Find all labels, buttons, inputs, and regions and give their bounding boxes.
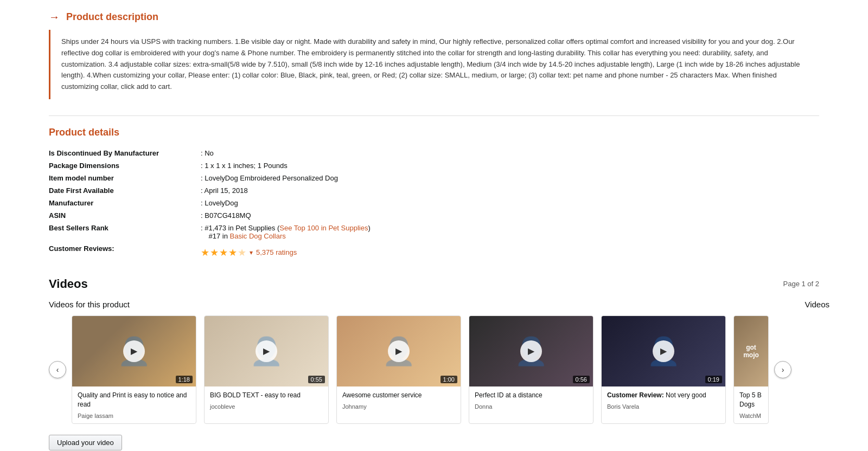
videos-section: Videos Page 1 of 2 Videos for this produ… <box>49 277 819 450</box>
video-duration: 0:19 <box>705 376 722 383</box>
video-card: 👤 ▶ 0:19 Customer Review: Not very good … <box>601 315 726 424</box>
play-button[interactable]: ▶ <box>520 340 542 362</box>
video-info: Customer Review: Not very good Boris Var… <box>602 386 725 414</box>
videos-columns: Videos for this product ‹ 👤 ▶ 1:18 <box>49 300 819 450</box>
rank-text2: ) <box>368 224 370 232</box>
field-value: LovelyDog <box>205 199 238 207</box>
star-3: ★ <box>219 247 228 259</box>
video-caption: BIG BOLD TEXT - easy to read <box>210 391 323 400</box>
field-value: No <box>205 149 214 157</box>
sub-rank-text: #17 in Basic Dog Collars <box>201 232 286 240</box>
table-row: Item model number : LovelyDog Embroidere… <box>49 172 819 184</box>
video-duration: 0:55 <box>308 376 325 383</box>
video-info: Perfect ID at a distance Donna <box>469 386 593 414</box>
video-thumbnail[interactable]: 👤 ▶ 1:00 <box>337 316 461 386</box>
videos-header: Videos Page 1 of 2 <box>49 277 819 291</box>
video-author: Johnamy <box>342 403 455 410</box>
field-label: Is Discontinued By Manufacturer <box>49 147 201 159</box>
video-caption: Top 5 B Dogs <box>739 391 763 409</box>
play-button[interactable]: ▶ <box>256 340 277 362</box>
field-value: April 15, 2018 <box>205 186 248 195</box>
customer-reviews-label: Customer Reviews: <box>49 242 201 261</box>
play-button[interactable]: ▶ <box>388 340 410 362</box>
best-sellers-label: Best Sellers Rank <box>49 222 201 242</box>
video-duration: 1:18 <box>176 376 193 383</box>
field-colon: : B07CG418MQ <box>201 209 819 222</box>
table-row: Manufacturer : LovelyDog <box>49 197 819 209</box>
videos-main-title: Videos <box>49 277 88 291</box>
video-carousel: ‹ 👤 ▶ 1:18 Quality and Print is easy to … <box>49 315 792 424</box>
product-description-header: → Product description <box>49 11 819 23</box>
play-button[interactable]: ▶ <box>653 340 674 362</box>
field-colon: : LovelyDog <box>201 197 819 209</box>
field-value: 1 x 1 x 1 inches; 1 Pounds <box>205 162 287 170</box>
field-colon: : April 15, 2018 <box>201 184 819 197</box>
table-row: ASIN : B07CG418MQ <box>49 209 819 222</box>
top100-link[interactable]: See Top 100 in Pet Supplies <box>279 224 368 232</box>
video-author: Donna <box>475 403 588 410</box>
upload-video-button[interactable]: Upload your video <box>49 435 122 450</box>
videos-right-column: Videos <box>792 300 835 450</box>
rating-count-link[interactable]: 5,375 ratings <box>256 248 297 256</box>
field-value: LovelyDog Embroidered Personalized Dog <box>205 174 338 182</box>
field-label: ASIN <box>49 209 201 222</box>
video-author: Paige lassam <box>78 413 190 419</box>
video-thumbnail[interactable]: 👤 ▶ 0:55 <box>205 316 328 386</box>
field-label: Item model number <box>49 172 201 184</box>
partial-thumb-text: gotmojo <box>741 342 761 361</box>
details-table: Is Discontinued By Manufacturer : No Pac… <box>49 147 819 261</box>
video-author: WatchM <box>739 413 763 419</box>
rank-text: #1,473 in Pet Supplies ( <box>205 224 279 232</box>
video-author: jocobleve <box>210 403 323 410</box>
section-divider <box>49 115 819 116</box>
table-row: Package Dimensions : 1 x 1 x 1 inches; 1… <box>49 159 819 172</box>
customer-reviews-value: ★ ★ ★ ★ ★ ▾ 5,375 ratings <box>201 242 819 261</box>
video-thumbnail[interactable]: 👤 ▶ 0:19 <box>602 316 725 386</box>
field-value: B07CG418MQ <box>205 211 251 220</box>
video-caption: Perfect ID at a distance <box>475 391 588 400</box>
play-button[interactable]: ▶ <box>123 340 145 362</box>
video-card-partial: gotmojo Top 5 B Dogs WatchM <box>733 315 769 424</box>
field-colon: : LovelyDog Embroidered Personalized Dog <box>201 172 819 184</box>
video-caption: Awesome customer service <box>342 391 455 400</box>
field-label: Date First Available <box>49 184 201 197</box>
caption-bold: Customer Review: <box>607 391 664 399</box>
rating-dropdown-arrow[interactable]: ▾ <box>250 249 253 256</box>
table-row: Is Discontinued By Manufacturer : No <box>49 147 819 159</box>
best-sellers-rank-row: Best Sellers Rank : #1,473 in Pet Suppli… <box>49 222 819 242</box>
field-colon: : 1 x 1 x 1 inches; 1 Pounds <box>201 159 819 172</box>
carousel-next-button[interactable]: › <box>774 361 792 378</box>
customer-reviews-row: Customer Reviews: ★ ★ ★ ★ ★ ▾ 5,375 ra <box>49 242 819 261</box>
field-label: Package Dimensions <box>49 159 201 172</box>
video-card: 👤 ▶ 1:18 Quality and Print is easy to no… <box>72 315 196 424</box>
star-5: ★ <box>238 247 246 259</box>
product-description-title: Product description <box>66 11 158 23</box>
basic-dog-collars-link[interactable]: Basic Dog Collars <box>230 232 286 240</box>
video-card: 👤 ▶ 0:56 Perfect ID at a distance Donna <box>469 315 593 424</box>
product-details-title: Product details <box>49 127 819 138</box>
video-info: Awesome customer service Johnamy <box>337 386 461 414</box>
field-colon: : No <box>201 147 819 159</box>
video-caption: Quality and Print is easy to notice and … <box>78 391 190 409</box>
star-4: ★ <box>228 247 237 259</box>
video-info: Quality and Print is easy to notice and … <box>72 386 196 423</box>
product-details-section: Product details Is Discontinued By Manuf… <box>49 127 819 261</box>
video-card: 👤 ▶ 0:55 BIG BOLD TEXT - easy to read jo… <box>204 315 329 424</box>
video-info: BIG BOLD TEXT - easy to read jocobleve <box>205 386 328 414</box>
videos-for-product-label: Videos for this product <box>49 300 792 309</box>
video-info: Top 5 B Dogs WatchM <box>734 386 768 423</box>
arrow-icon: → <box>49 11 60 23</box>
video-thumbnail[interactable]: gotmojo <box>734 316 768 386</box>
stars-container: ★ ★ ★ ★ ★ ▾ 5,375 ratings <box>201 247 819 259</box>
video-duration: 0:56 <box>573 376 590 383</box>
caption-rest: Not very good <box>664 391 706 399</box>
table-row: Date First Available : April 15, 2018 <box>49 184 819 197</box>
carousel-prev-button[interactable]: ‹ <box>49 361 66 378</box>
best-sellers-value: : #1,473 in Pet Supplies (See Top 100 in… <box>201 222 819 242</box>
videos-right-label: Videos <box>792 300 835 309</box>
product-description-text: Ships under 24 hours via USPS with track… <box>49 30 819 99</box>
video-thumbnail[interactable]: 👤 ▶ 0:56 <box>469 316 593 386</box>
video-thumbnail[interactable]: 👤 ▶ 1:18 <box>72 316 196 386</box>
video-author: Boris Varela <box>607 403 720 410</box>
video-caption: Customer Review: Not very good <box>607 391 720 400</box>
